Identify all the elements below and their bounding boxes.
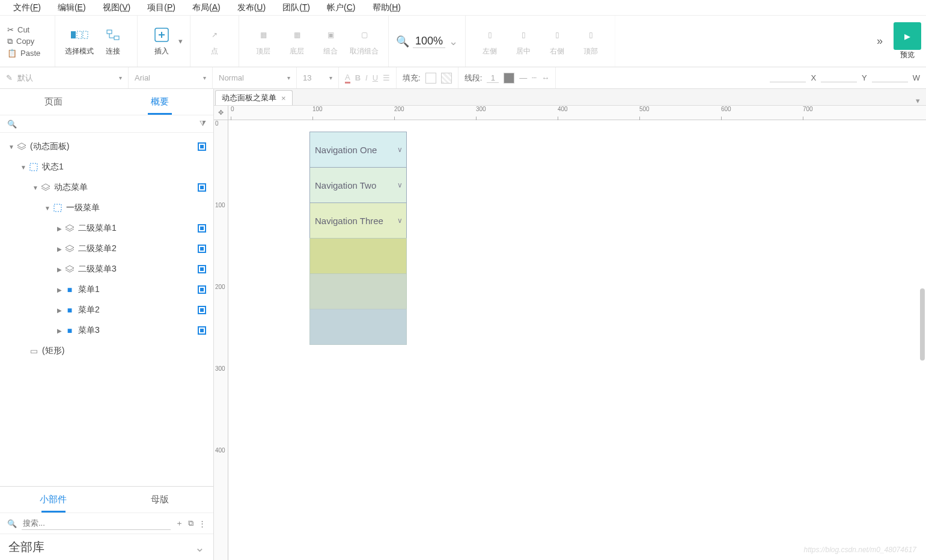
tab-widgets[interactable]: 小部件 — [0, 487, 107, 513]
italic-button[interactable]: I — [365, 73, 368, 82]
pos-x-input[interactable] — [770, 73, 806, 82]
tab-outline[interactable]: 概要 — [107, 89, 214, 115]
line-color-swatch[interactable] — [504, 73, 514, 84]
style-brush-icon[interactable]: ✎ — [6, 73, 13, 82]
expand-caret-icon[interactable]: ▼ — [7, 144, 16, 150]
nav-item[interactable]: Navigation One∨ — [309, 132, 407, 168]
expand-caret-icon[interactable]: ▼ — [19, 164, 28, 171]
widget-lib-icon[interactable]: ⧉ — [188, 519, 193, 528]
outline-item[interactable]: ▭(矩形) — [0, 341, 213, 361]
zoom-control[interactable]: 🔍 100% ⌄ — [396, 35, 458, 48]
copy-button[interactable]: ⧉ Copy — [0, 35, 55, 47]
vertical-scrollbar[interactable] — [920, 288, 925, 361]
menu-v[interactable]: 视图(V) — [94, 1, 139, 14]
menu-u[interactable]: 发布(U) — [229, 1, 274, 14]
nav-item[interactable]: Navigation Three∨ — [309, 202, 407, 239]
visibility-toggle[interactable] — [198, 245, 206, 253]
outline-item[interactable]: ▶■菜单1 — [0, 279, 213, 300]
pos-w-input[interactable] — [872, 73, 908, 82]
expand-caret-icon[interactable]: ▶ — [55, 266, 64, 273]
outline-item[interactable]: ▶二级菜单1 — [0, 218, 213, 239]
widget-search-input[interactable] — [22, 517, 171, 530]
visibility-toggle[interactable] — [198, 306, 206, 314]
cut-button[interactable]: ✂ Cut — [0, 24, 55, 35]
menu-t[interactable]: 团队(T) — [274, 1, 318, 14]
library-select[interactable]: 全部库 ⌄ — [0, 534, 213, 560]
connect-button[interactable]: 连接 — [96, 17, 130, 65]
visibility-toggle[interactable] — [198, 224, 206, 233]
visibility-toggle[interactable] — [198, 142, 206, 151]
search-icon[interactable]: 🔍 — [7, 519, 17, 528]
bullet-list-button[interactable]: ☰ — [383, 73, 390, 82]
toolbar-overflow-button[interactable]: » — [871, 35, 889, 47]
visibility-toggle[interactable] — [198, 285, 206, 294]
outline-item[interactable]: ▶■菜单2 — [0, 300, 213, 320]
outline-item[interactable]: ▶二级菜单3 — [0, 259, 213, 279]
menu-e[interactable]: 编辑(E) — [49, 1, 94, 14]
chevron-down-icon: ∨ — [397, 181, 403, 189]
outline-item[interactable]: ▼(动态面板) — [0, 136, 213, 157]
nav-item[interactable] — [309, 238, 407, 274]
menu-p[interactable]: 项目(P) — [139, 1, 184, 14]
menu-h[interactable]: 帮助(H) — [364, 1, 409, 14]
chevron-down-icon[interactable]: ▾ — [287, 75, 290, 81]
widget-menu-icon[interactable]: ⋮ — [198, 519, 206, 528]
expand-caret-icon[interactable]: ▼ — [31, 184, 40, 191]
outline-item[interactable]: ▶■菜单3 — [0, 320, 213, 341]
tab-page[interactable]: 页面 — [0, 89, 107, 115]
visibility-toggle[interactable] — [198, 326, 206, 335]
select-mode-button[interactable]: 选择模式 — [62, 17, 96, 65]
nav-item[interactable] — [309, 273, 407, 309]
expand-caret-icon[interactable]: ▶ — [55, 327, 64, 334]
line-style-button[interactable]: — — [519, 73, 527, 82]
outline-item[interactable]: ▼一级菜单 — [0, 198, 213, 218]
close-icon[interactable]: × — [281, 94, 286, 103]
filter-icon[interactable]: ⧩ — [200, 119, 206, 129]
menu-f[interactable]: 文件(F) — [5, 1, 49, 14]
pos-y-input[interactable] — [821, 73, 857, 82]
ruler-origin[interactable]: ✥ — [214, 106, 228, 120]
chevron-down-icon[interactable]: ▾ — [329, 75, 332, 81]
insert-dropdown-icon[interactable]: ▾ — [178, 37, 183, 46]
menu-a[interactable]: 布局(A) — [184, 1, 229, 14]
nav-item[interactable] — [309, 309, 407, 345]
menu-c[interactable]: 帐户(C) — [318, 1, 364, 14]
fill-pattern-swatch[interactable] — [441, 73, 452, 84]
expand-caret-icon[interactable]: ▶ — [55, 287, 64, 293]
search-icon[interactable]: 🔍 — [7, 120, 17, 129]
paste-button[interactable]: 📋 Paste — [0, 47, 55, 59]
line-dash-button[interactable]: ┄ — [532, 73, 537, 82]
font-color-button[interactable]: A — [345, 73, 350, 84]
add-widget-button[interactable]: ＋ — [175, 518, 183, 529]
outline-item[interactable]: ▼状态1 — [0, 157, 213, 177]
visibility-toggle[interactable] — [198, 183, 206, 192]
nav-item[interactable]: Navigation Two∨ — [309, 167, 407, 203]
weight-select[interactable]: Normal — [219, 73, 282, 82]
state-icon — [52, 204, 64, 212]
visibility-toggle[interactable] — [198, 265, 206, 273]
fill-color-swatch[interactable] — [425, 73, 436, 84]
outline-item[interactable]: ▼动态菜单 — [0, 177, 213, 198]
expand-caret-icon[interactable]: ▼ — [43, 205, 52, 212]
font-select[interactable]: Arial — [135, 73, 198, 82]
underline-button[interactable]: U — [373, 73, 378, 82]
document-tab[interactable]: 动态面板之菜单 × — [215, 90, 293, 105]
chevron-down-icon[interactable]: ▾ — [203, 75, 206, 81]
expand-caret-icon[interactable]: ▶ — [55, 246, 64, 252]
tab-masters[interactable]: 母版 — [107, 487, 214, 513]
chevron-down-icon[interactable]: ▾ — [119, 75, 122, 81]
arrow-style-button[interactable]: ↔ — [541, 73, 549, 82]
outline-item[interactable]: ▶二级菜单2 — [0, 239, 213, 259]
bold-button[interactable]: B — [355, 73, 361, 82]
dynamic-panel[interactable]: Navigation One∨Navigation Two∨Navigation… — [309, 132, 407, 345]
font-size-select[interactable]: 13 — [303, 73, 324, 82]
expand-caret-icon[interactable]: ▶ — [55, 225, 64, 232]
style-select[interactable]: 默认 — [17, 73, 114, 84]
play-icon: ▶ — [904, 32, 910, 41]
tab-overflow-icon[interactable]: ▾ — [910, 96, 926, 105]
expand-caret-icon[interactable]: ▶ — [55, 307, 64, 314]
insert-button[interactable]: 插入 — [145, 17, 178, 65]
preview-button[interactable]: ▶ — [894, 22, 921, 50]
line-width-input[interactable]: 1 — [487, 73, 499, 83]
design-canvas[interactable]: Navigation One∨Navigation Two∨Navigation… — [228, 120, 926, 560]
